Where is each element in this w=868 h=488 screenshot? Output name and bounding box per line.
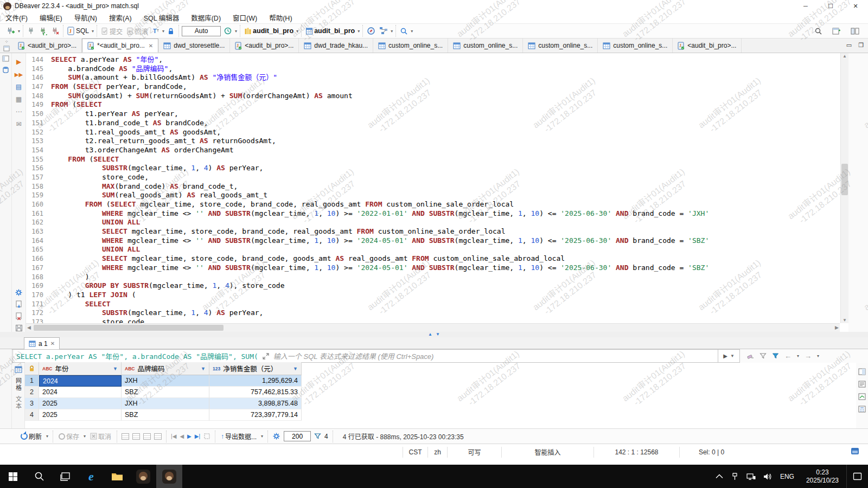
connect-button[interactable] [26,26,36,36]
navigator-compass-button[interactable] [366,26,376,36]
history-forward-icon[interactable]: → [805,352,812,360]
restore-panel-icon[interactable] [3,46,10,52]
fetch-all-icon[interactable] [203,433,210,440]
tray-expand-icon[interactable] [716,474,723,479]
history-caret[interactable]: ▾ [235,29,237,34]
commit-button[interactable]: 提交 [100,26,124,36]
clear-filter-icon[interactable] [746,352,754,359]
code-line-147[interactable]: 147FROM (SELECT perYear, brandCode, [26,82,840,92]
code-line-156[interactable]: 156 SUBSTR(mgclear_time, 1, 4) AS perYea… [26,164,840,173]
code-line-145[interactable]: 145 a.brandCode AS "品牌编码", [26,65,840,74]
code-line-152[interactable]: 152 t1.real_goods_amt_t AS goodsAmt, [26,128,840,137]
column-header-1[interactable]: ABC品牌编码▼ [122,362,209,375]
sql-editor-caret[interactable]: ▾ [92,29,94,34]
editor-tab-8[interactable]: custom_online_s... [598,38,673,53]
metadata-panel-icon[interactable] [858,381,866,388]
grid-tab-label[interactable]: 网格 [14,377,23,391]
reconnect-button[interactable] [38,26,48,36]
column-header-2[interactable]: 123净销售金额（元）▼ [209,362,302,375]
refresh-button[interactable]: 刷新 [20,431,43,441]
menu-item-2[interactable]: 导航(N) [74,12,97,23]
editor-vertical-scrollbar[interactable]: ▲ ▼ [840,53,848,323]
database-selector[interactable]: audit_bi_pro [243,27,295,36]
filter-outline-icon[interactable] [760,352,767,359]
rollback-button[interactable]: 回滚 [125,26,149,36]
settings-gear-icon[interactable] [15,288,23,297]
edit-row-icon[interactable] [154,433,162,440]
menu-item-0[interactable]: 文件(F) [5,12,28,23]
delete-row-icon[interactable] [143,433,151,440]
prev-page-icon[interactable]: ◀ [180,433,184,439]
isolation-lock-button[interactable] [166,27,176,36]
maximize-button[interactable]: ☐ [818,0,843,12]
references-panel-icon[interactable] [858,393,866,400]
result-settings-gear-icon[interactable] [272,432,280,440]
row-number[interactable]: 1 [25,375,39,387]
grid-corner-lock[interactable] [25,362,39,375]
code-line-144[interactable]: 144SELECT a.perYear AS "年份", [26,55,840,65]
scroll-left-icon[interactable]: ◀ [27,325,31,330]
code-line-170[interactable]: 170 ) t1 LEFT JOIN ( [26,291,840,300]
export-caret[interactable]: ▾ [261,434,263,439]
database-navigator-icon[interactable] [2,66,9,73]
transaction-log-button[interactable]: T [151,27,161,36]
grid-cell-r3-c1[interactable]: 2025 [39,398,122,409]
grid-cell-r4-c1[interactable]: 2025 [39,409,122,421]
export-data-button[interactable]: ↑ 导出数据... [220,431,258,441]
editor-tab-7[interactable]: custom_online_s... [523,38,598,53]
network-tray-icon[interactable] [746,473,756,480]
menu-item-7[interactable]: 帮助(H) [269,12,292,23]
toolbar-search-button[interactable] [399,27,409,36]
maximize-editor-icon[interactable]: ❐ [858,42,864,49]
code-line-149[interactable]: 149FROM (SELECT [26,100,840,110]
expand-filter-icon[interactable] [263,353,269,359]
new-connection-caret[interactable]: ▾ [18,29,20,34]
code-line-148[interactable]: 148 SUM(goodsAmt) + SUM(returnGoodsAmt) … [26,92,840,101]
editor-tab-9[interactable]: J<audit_bi_pro>... [673,38,742,53]
scroll-down-icon[interactable]: ▼ [841,318,848,323]
code-line-154[interactable]: 154 t3.orderChangeAmt AS orderChangeAmt [26,146,840,155]
error-doc-icon[interactable] [15,312,23,320]
close-button[interactable]: ✕ [843,0,868,12]
code-line-155[interactable]: 155 FROM (SELECT [26,155,840,164]
code-line-159[interactable]: 159 SUM(real_goods_amt) AS real_goods_am… [26,191,840,200]
cancel-button[interactable]: 取消 [89,431,112,441]
add-row-icon[interactable] [122,433,129,440]
text-tab-label[interactable]: 文本 [14,396,23,410]
fetch-size-input[interactable] [284,431,311,441]
editor-tab-3[interactable]: J<audit_bi_pro>... [230,38,299,53]
edge-browser-button[interactable]: e [78,465,104,488]
collapse-down-icon[interactable]: ▼ [436,332,440,337]
forward-caret[interactable]: ▾ [817,354,819,358]
vertical-scroll-thumb[interactable] [841,164,848,195]
editor-tab-0[interactable]: J<audit_bi_pro>... [13,38,82,53]
menu-item-3[interactable]: 搜索(A) [109,12,132,23]
filter-filled-icon[interactable] [772,352,779,359]
duplicate-row-icon[interactable] [132,433,140,440]
filter-input[interactable]: SELECT a.perYear AS "年份", a.brandCode AS… [13,349,718,363]
last-page-icon[interactable]: ▶| [195,433,200,439]
code-line-165[interactable]: 165 UNION ALL [26,245,840,254]
usb-tray-icon[interactable] [731,473,739,480]
save-icon[interactable] [15,324,23,332]
grid-presentation-icon[interactable] [15,366,22,373]
grid-cell-r4-c2[interactable]: SBZ [122,409,209,421]
row-number[interactable]: 3 [25,398,39,409]
code-line-168[interactable]: 168 ) [26,273,840,282]
menu-item-6[interactable]: 窗口(W) [233,12,257,23]
commit-mode-combobox[interactable]: Auto [182,26,221,36]
code-line-150[interactable]: 150 t1.perYear AS perYear, [26,110,840,119]
filter-history-caret[interactable]: ▼ [730,354,735,358]
grid-cell-r1-c2[interactable]: JXH [122,375,209,387]
transaction-caret[interactable]: ▾ [162,29,164,34]
horizontal-scroll-thumb[interactable] [34,325,224,331]
code-line-153[interactable]: 153 t2.real_return_goods_amt_t AS return… [26,137,840,146]
code-line-160[interactable]: 160 FROM (SELECT mgclear_time, store_cod… [26,200,840,209]
code-line-173[interactable]: 173 store_code, [26,318,840,323]
results-tab[interactable]: a 1 ✕ [24,337,60,349]
next-page-icon[interactable]: ▶ [187,433,192,439]
open-perspective-button[interactable] [831,27,842,36]
save-caret[interactable]: ▾ [84,434,86,439]
taskbar-clock[interactable]: 0:23 2025/10/23 [802,468,843,485]
mail-export-icon[interactable]: ✉ [15,120,23,129]
